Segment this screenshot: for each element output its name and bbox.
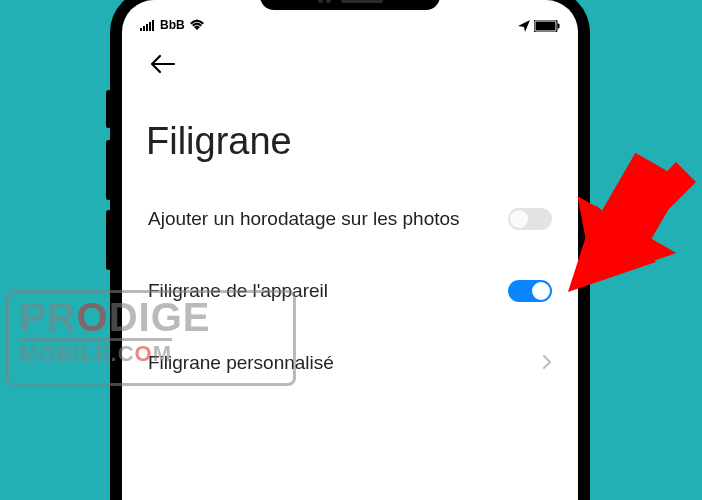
screen: BbB Filigrane Ajouter un horodatage sur … [122, 0, 578, 500]
header [122, 34, 578, 86]
svg-rect-3 [149, 22, 151, 31]
setting-row-timestamp[interactable]: Ajouter un horodatage sur les photos [122, 183, 578, 255]
svg-rect-4 [152, 20, 154, 31]
back-button[interactable] [146, 48, 180, 82]
svg-rect-1 [143, 26, 145, 31]
volume-down-button [106, 210, 111, 270]
chevron-right-icon [542, 350, 552, 376]
toggle-device-watermark[interactable] [508, 280, 552, 302]
phone-notch [260, 0, 440, 10]
wifi-icon [189, 19, 205, 31]
arrow-left-icon [150, 54, 176, 74]
svg-rect-0 [140, 28, 142, 31]
page-title: Filigrane [122, 86, 578, 183]
battery-icon [534, 20, 560, 32]
svg-rect-2 [146, 24, 148, 31]
side-button [106, 90, 111, 128]
location-icon [518, 20, 530, 32]
svg-rect-6 [536, 22, 556, 31]
phone-frame: BbB Filigrane Ajouter un horodatage sur … [110, 0, 590, 500]
svg-rect-7 [558, 24, 560, 29]
toggle-timestamp[interactable] [508, 208, 552, 230]
setting-label: Ajouter un horodatage sur les photos [148, 206, 508, 232]
site-watermark: PRODIGE MOBILE.COM [6, 290, 296, 386]
volume-up-button [106, 140, 111, 200]
carrier-label: BbB [160, 18, 185, 32]
signal-icon [140, 19, 156, 31]
